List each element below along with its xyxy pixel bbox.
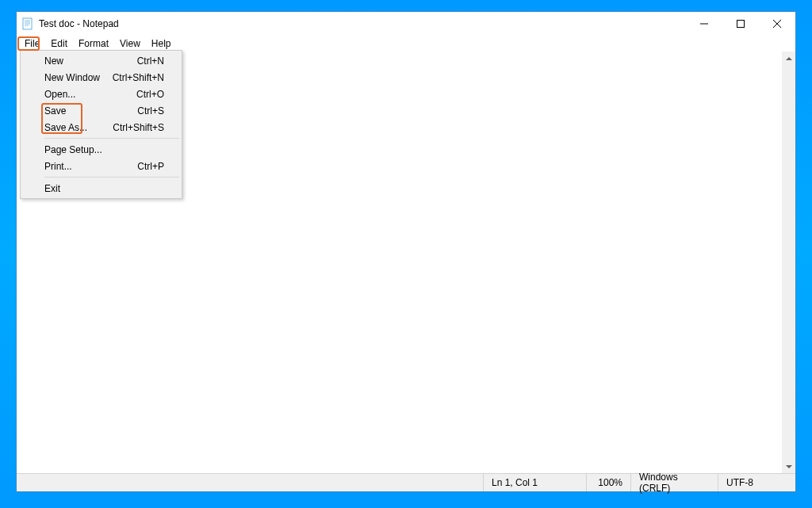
menu-item-open[interactable]: Open... Ctrl+O (22, 86, 180, 102)
menu-item-shortcut: Ctrl+O (136, 89, 164, 100)
window-title: Test doc - Notepad (39, 18, 119, 29)
svg-rect-6 (737, 21, 745, 28)
menu-item-label: Open... (44, 89, 75, 100)
menu-item-page-setup[interactable]: Page Setup... (22, 141, 180, 158)
menu-item-shortcut: Ctrl+P (137, 161, 164, 172)
menu-item-save[interactable]: Save Ctrl+S (22, 102, 180, 119)
status-zoom: 100% (586, 474, 630, 491)
menu-separator (44, 138, 179, 139)
menu-item-label: New Window (44, 72, 100, 83)
status-line-ending: Windows (CRLF) (630, 474, 718, 491)
file-dropdown-menu: New Ctrl+N New Window Ctrl+Shift+N Open.… (20, 50, 182, 199)
menu-item-shortcut: Ctrl+Shift+S (113, 122, 164, 133)
menu-item-shortcut: Ctrl+Shift+N (113, 72, 164, 83)
menu-item-label: Save (44, 105, 66, 116)
titlebar-left: Test doc - Notepad (21, 17, 119, 30)
close-button[interactable] (759, 12, 795, 36)
menu-item-new-window[interactable]: New Window Ctrl+Shift+N (22, 69, 180, 86)
menu-item-label: Exit (44, 183, 60, 194)
window-controls (686, 12, 795, 36)
menu-edit[interactable]: Edit (45, 37, 73, 50)
menu-item-print[interactable]: Print... Ctrl+P (22, 158, 180, 174)
menu-format[interactable]: Format (73, 37, 114, 50)
menu-item-label: Page Setup... (44, 144, 102, 155)
menu-view[interactable]: View (114, 37, 146, 50)
status-position: Ln 1, Col 1 (483, 474, 586, 491)
titlebar[interactable]: Test doc - Notepad (17, 12, 795, 36)
svg-marker-9 (786, 57, 792, 60)
menu-item-shortcut: Ctrl+S (137, 105, 164, 116)
statusbar: Ln 1, Col 1 100% Windows (CRLF) UTF-8 (17, 473, 795, 491)
menu-item-label: New (44, 55, 63, 67)
notepad-icon (21, 17, 34, 30)
menu-item-shortcut: Ctrl+N (137, 55, 164, 67)
menu-item-new[interactable]: New Ctrl+N (22, 52, 180, 69)
scroll-up-icon[interactable] (782, 52, 795, 65)
svg-marker-10 (786, 465, 792, 468)
menu-item-label: Save As... (44, 122, 87, 133)
menu-item-exit[interactable]: Exit (22, 180, 180, 197)
menu-help[interactable]: Help (146, 37, 177, 50)
scroll-down-icon[interactable] (782, 460, 795, 473)
minimize-button[interactable] (686, 12, 722, 36)
maximize-button[interactable] (722, 12, 759, 36)
menu-item-label: Print... (44, 161, 72, 172)
menu-item-save-as[interactable]: Save As... Ctrl+Shift+S (22, 119, 180, 136)
menu-file[interactable]: File (19, 37, 45, 50)
status-encoding: UTF-8 (718, 474, 795, 491)
vertical-scrollbar[interactable] (782, 52, 795, 473)
menu-separator (44, 177, 179, 178)
menubar: File Edit Format View Help (17, 36, 795, 52)
